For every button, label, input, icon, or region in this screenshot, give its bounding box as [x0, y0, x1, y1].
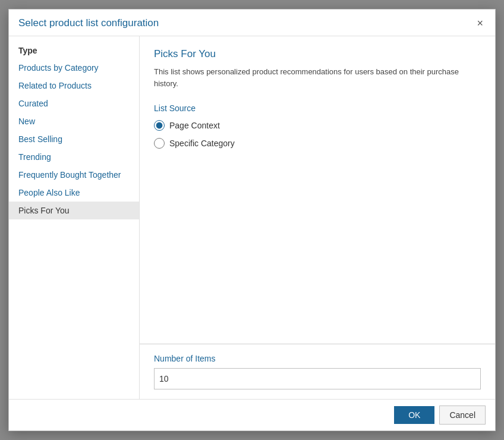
cancel-button[interactable]: Cancel: [439, 406, 486, 425]
dialog-footer: OK Cancel: [9, 399, 495, 430]
list-source-label: List Source: [154, 103, 481, 113]
ok-button[interactable]: OK: [394, 406, 434, 424]
main-content: Picks For You This list shows personaliz…: [140, 36, 495, 399]
radio-page-context-label: Page Context: [169, 121, 220, 130]
sidebar-item-frequently-bought-together[interactable]: Frequently Bought Together: [9, 166, 139, 184]
number-of-items-label: Number of Items: [154, 354, 481, 363]
content-description: This list shows personalized product rec…: [154, 66, 481, 89]
dialog-title: Select product list configuration: [18, 17, 159, 29]
sidebar-item-trending[interactable]: Trending: [9, 148, 139, 166]
sidebar-item-people-also-like[interactable]: People Also Like: [9, 184, 139, 202]
radio-option-page-context[interactable]: Page Context: [154, 120, 481, 131]
radio-option-specific-category[interactable]: Specific Category: [154, 138, 481, 149]
select-product-list-dialog: Select product list configuration × Type…: [8, 9, 496, 431]
sidebar-item-best-selling[interactable]: Best Selling: [9, 130, 139, 148]
sidebar-item-curated[interactable]: Curated: [9, 95, 139, 112]
main-upper: Picks For You This list shows personaliz…: [140, 36, 495, 344]
content-title: Picks For You: [154, 48, 481, 60]
dialog-header: Select product list configuration ×: [9, 10, 495, 36]
sidebar-section-label: Type: [9, 41, 139, 59]
radio-specific-category-label: Specific Category: [169, 139, 235, 148]
main-lower: Number of Items: [140, 344, 495, 399]
sidebar: Type Products by Category Related to Pro…: [9, 36, 140, 399]
close-button[interactable]: ×: [474, 17, 486, 30]
sidebar-item-related-to-products[interactable]: Related to Products: [9, 77, 139, 95]
radio-specific-category[interactable]: [154, 138, 165, 149]
sidebar-item-products-by-category[interactable]: Products by Category: [9, 59, 139, 77]
dialog-body: Type Products by Category Related to Pro…: [9, 36, 495, 399]
radio-page-context[interactable]: [154, 120, 165, 131]
radio-group: Page Context Specific Category: [154, 120, 481, 149]
sidebar-item-new[interactable]: New: [9, 112, 139, 130]
number-of-items-input[interactable]: [154, 368, 481, 389]
sidebar-item-picks-for-you[interactable]: Picks For You: [9, 202, 139, 219]
